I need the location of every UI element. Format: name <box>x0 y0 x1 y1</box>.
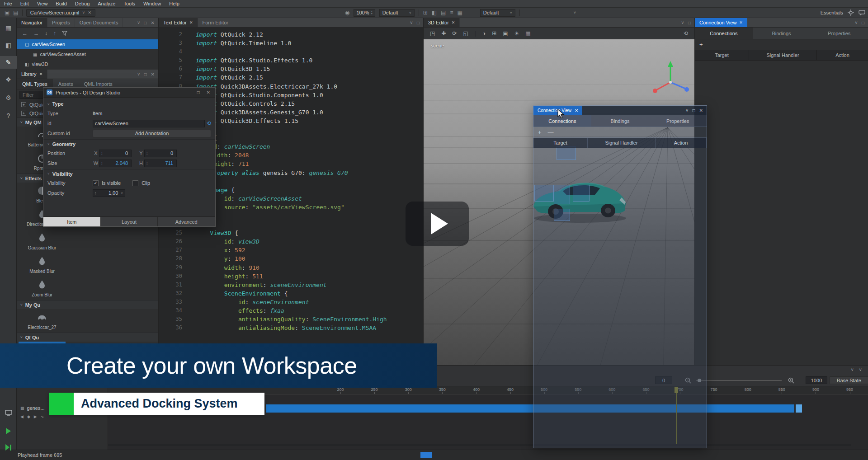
local-global-icon[interactable]: ◑ <box>482 30 486 37</box>
components-icon[interactable]: ❖ <box>0 73 17 86</box>
rotate-tool-icon[interactable]: ⟳ <box>452 30 457 37</box>
chevron-down-icon[interactable]: ˅ <box>137 72 140 77</box>
curve-editor-icon[interactable]: ∿ <box>41 414 44 419</box>
video-play-button[interactable] <box>406 202 469 246</box>
timeline-zoom-slider[interactable] <box>696 380 782 381</box>
tree-item-carViewScreenAsset[interactable]: ▦carViewScreenAsset <box>17 49 158 59</box>
tab-connection-view[interactable]: Connection View ✕ <box>695 18 747 27</box>
run-icon[interactable] <box>0 425 17 437</box>
chevron-down-icon[interactable]: ˅ <box>681 20 684 25</box>
menu-help[interactable]: Help <box>165 1 184 6</box>
tools-icon[interactable]: ⚙ <box>0 91 17 104</box>
scale-tool-icon[interactable]: ◱ <box>463 30 468 37</box>
close-icon[interactable]: ✕ <box>739 20 743 25</box>
menu-edit[interactable]: Edit <box>16 1 33 6</box>
library-item-zoom-blur[interactable]: Zoom Blur <box>19 277 66 300</box>
tab-connections[interactable]: Connections <box>695 28 753 39</box>
clip-checkbox[interactable] <box>132 180 138 186</box>
feedback-icon[interactable] <box>859 10 865 16</box>
workspace-select[interactable]: Default ˅ <box>480 9 515 17</box>
chevron-down-icon[interactable]: ˅ <box>859 367 862 372</box>
undock-icon[interactable]: □ <box>862 20 864 25</box>
undock-icon[interactable]: □ <box>417 20 420 25</box>
close-icon[interactable]: ✕ <box>151 72 155 77</box>
timeline-hscrollbar[interactable] <box>108 444 851 446</box>
library-item-masked-blur[interactable]: Masked Blur <box>19 253 66 277</box>
zoom-control[interactable]: 100% ▴▾ <box>354 9 375 17</box>
run-debug-icon[interactable] <box>0 441 17 454</box>
zoom-in-icon[interactable] <box>788 377 794 384</box>
tree-item-carViewScreen[interactable]: ▢carViewScreen <box>17 39 158 49</box>
chevron-down-icon[interactable]: ˅ <box>121 191 123 195</box>
timeline-end-frame-field[interactable]: 1000 <box>806 376 827 384</box>
bounds-icon[interactable]: ◧ <box>432 9 437 16</box>
menu-file[interactable]: File <box>0 1 16 6</box>
tab-library[interactable]: Library ✕ <box>17 70 47 79</box>
settings-icon[interactable] <box>848 9 854 16</box>
timeline-section-bar-end[interactable] <box>796 404 802 413</box>
style-select[interactable]: Default ˅ <box>379 9 415 17</box>
base-state-button[interactable]: Base State <box>830 376 868 384</box>
tab-advanced[interactable]: Advanced <box>158 217 215 226</box>
timeline-section-bar[interactable] <box>266 404 794 413</box>
tab-bindings[interactable]: Bindings <box>753 28 811 39</box>
properties-dialog-titlebar[interactable]: DS Properties - Qt Design Studio □ ✕ <box>43 88 215 98</box>
section-geometry[interactable]: ˅ Geometry <box>43 139 215 148</box>
close-icon[interactable]: ✕ <box>205 90 212 95</box>
design-mode-icon[interactable]: ✎ <box>0 56 17 69</box>
move-right-icon[interactable]: → <box>33 30 39 37</box>
section-type[interactable]: ˅ Type <box>43 99 215 108</box>
close-icon[interactable]: ✕ <box>39 72 43 76</box>
width-spinbox[interactable]: ▴▾2.048 <box>99 160 132 167</box>
sidebar-toggle-icon[interactable]: ◧ <box>0 39 17 52</box>
tab-open-documents[interactable]: Open Documents <box>75 18 123 27</box>
reset-view-icon[interactable]: ⟲ <box>684 30 688 37</box>
height-spinbox[interactable]: ▴▾711 <box>144 160 177 167</box>
chevron-down-icon[interactable]: ˅ <box>851 367 854 372</box>
menu-analyze[interactable]: Analyze <box>94 1 119 6</box>
library-section-qt-qu[interactable]: ˅Qt Qu <box>17 333 158 342</box>
grid-icon[interactable]: ▦ <box>457 9 462 16</box>
prev-keyframe-icon[interactable]: ◀ <box>20 414 24 419</box>
x-spinbox[interactable]: ▴▾0 <box>99 150 132 157</box>
close-icon[interactable]: ✕ <box>575 108 578 113</box>
snap-icon[interactable]: ⊞ <box>492 30 496 37</box>
apps-grid-icon[interactable]: ▦ <box>0 22 17 34</box>
chevron-down-icon[interactable]: ˅ <box>410 20 413 25</box>
target-icon[interactable]: ◉ <box>345 9 349 16</box>
tab-navigator[interactable]: Navigator <box>17 18 47 27</box>
timeline-track-row[interactable]: ▦ genes... <box>20 405 45 411</box>
next-keyframe-icon[interactable]: ▶ <box>34 414 37 419</box>
move-up-icon[interactable]: ↑ <box>53 30 56 37</box>
tab-3d-editor[interactable]: 3D Editor ✕ <box>424 18 460 27</box>
remove-connection-button[interactable]: — <box>548 129 554 136</box>
menu-tools[interactable]: Tools <box>119 1 139 6</box>
menu-build[interactable]: Build <box>52 1 71 6</box>
orientation-gizmo[interactable] <box>651 60 692 100</box>
chevron-down-icon[interactable]: ˅ <box>137 20 140 25</box>
type-value[interactable]: Item <box>93 111 102 116</box>
id-input[interactable]: carViewScreen <box>93 120 205 127</box>
close-icon[interactable]: ✕ <box>88 10 92 15</box>
snap-grid-icon[interactable]: ⊞ <box>423 9 428 16</box>
close-icon[interactable]: ✕ <box>699 108 703 113</box>
undock-icon[interactable]: □ <box>688 20 691 25</box>
bottom-scrollbar-thumb[interactable] <box>420 452 432 458</box>
camera-icon[interactable]: ▣ <box>503 30 508 37</box>
close-icon[interactable]: ✕ <box>189 20 193 25</box>
remove-connection-button[interactable]: — <box>709 41 715 48</box>
list-icon[interactable]: ≡ <box>450 9 453 16</box>
chevron-down-icon[interactable]: ˅ <box>855 20 858 25</box>
add-keyframe-icon[interactable]: ◆ <box>27 414 30 419</box>
tree-item-view3D[interactable]: ◧view3D <box>17 59 158 69</box>
scene-node-label[interactable]: scene <box>431 43 444 48</box>
tab-properties[interactable]: Properties <box>649 115 707 127</box>
bookmark-icon[interactable]: ▤ <box>13 9 18 16</box>
floating-connection-view[interactable]: Connection View ✕ ˅ □ ✕ ConnectionsBindi… <box>533 105 707 448</box>
library-section-my-qu[interactable]: ˅My Qu <box>17 300 158 309</box>
move-left-icon[interactable]: ← <box>22 30 28 37</box>
library-item-gaussian-blur[interactable]: Gaussian Blur <box>19 230 66 253</box>
live-preview-icon[interactable] <box>0 407 17 419</box>
library-item-electriccar_27[interactable]: Electriccar_27 <box>19 309 66 333</box>
maximize-icon[interactable]: □ <box>195 90 202 95</box>
